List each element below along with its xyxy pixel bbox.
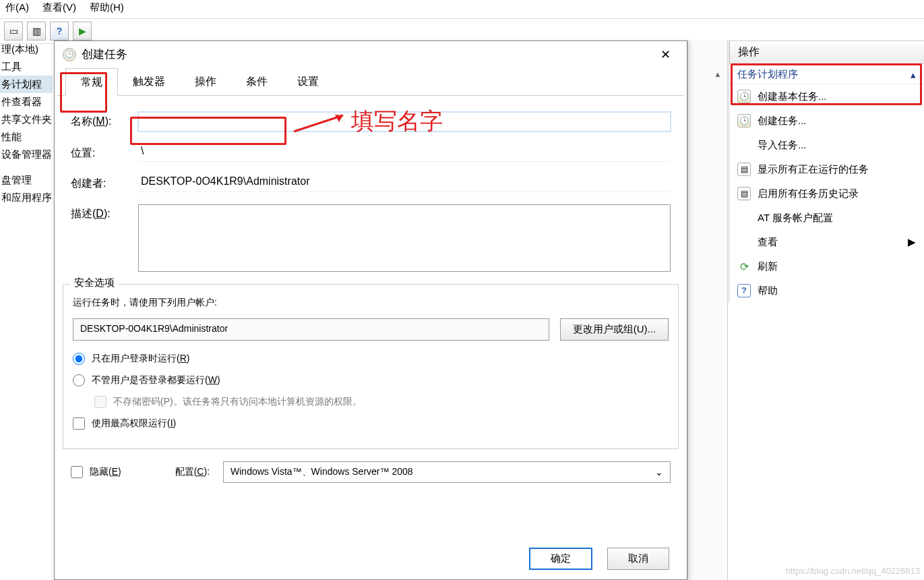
tree-device-manager[interactable]: 设备管理器 xyxy=(0,146,53,163)
toolbar-button-2[interactable]: ▥ xyxy=(27,22,46,40)
actions-pane-title: 操作 xyxy=(729,40,924,64)
check-hidden[interactable]: 隐藏(E) xyxy=(71,466,121,478)
tree-shared-folders[interactable]: 共享文件夹 xyxy=(0,111,53,128)
description-input[interactable] xyxy=(138,204,671,272)
dialog-clock-icon: 🕒 xyxy=(63,48,76,61)
watermark: https://blog.csdn.net/qq_40226813 xyxy=(786,566,921,576)
action-show-running[interactable]: ▤ 显示所有正在运行的任务 xyxy=(729,157,924,181)
help-icon: ? xyxy=(737,284,751,297)
description-label: 描述(D): xyxy=(71,204,138,221)
radio-any-user[interactable]: 不管用户是否登录都要运行(W) xyxy=(73,374,669,386)
tree-task-scheduler[interactable]: 务计划程 xyxy=(0,76,53,93)
check-no-store-password: 不存储密码(P)。该任务将只有访问本地计算机资源的权限。 xyxy=(94,396,669,408)
check-no-store-password-input xyxy=(94,396,106,408)
security-info: 运行任务时，请使用下列用户帐户: xyxy=(73,297,669,309)
name-label: 名称(M): xyxy=(71,112,138,129)
dialog-tabs: 常规 触发器 操作 条件 设置 xyxy=(57,67,684,96)
location-value: \ xyxy=(138,144,671,162)
content-scroll-area: ▲ xyxy=(687,40,728,580)
note-icon: ▤ xyxy=(737,187,751,200)
toolbar-help-icon[interactable]: ? xyxy=(50,22,69,40)
scroll-up-icon[interactable]: ▲ xyxy=(711,70,725,84)
security-options-group: 安全选项 运行任务时，请使用下列用户帐户: DESKTOP-0O4K1R9\Ad… xyxy=(63,284,679,449)
submenu-arrow-icon: ▶ xyxy=(908,236,916,248)
radio-logged-on-input[interactable] xyxy=(73,353,85,365)
tree-tools[interactable]: 工具 xyxy=(0,58,53,76)
action-help[interactable]: ? 帮助 xyxy=(729,279,924,303)
user-account-box: DESKTOP-0O4K1R9\Administrator xyxy=(73,318,549,341)
name-input[interactable] xyxy=(138,112,671,132)
author-label: 创建者: xyxy=(71,174,138,191)
clock-icon: 🕒 xyxy=(737,114,751,127)
ok-button[interactable]: 确定 xyxy=(529,548,592,570)
cancel-button[interactable]: 取消 xyxy=(607,548,669,570)
toolbar-button-1[interactable]: ▭ xyxy=(4,22,23,40)
tree-disk-mgmt[interactable]: 盘管理 xyxy=(0,171,53,189)
action-create-basic-task[interactable]: 🕒 创建基本任务... xyxy=(729,84,924,109)
menu-view[interactable]: 查看(V) xyxy=(40,0,79,16)
sheet-icon: ▤ xyxy=(737,163,751,176)
chevron-down-icon: ⌄ xyxy=(655,467,663,477)
tab-conditions[interactable]: 条件 xyxy=(231,68,282,96)
tab-triggers[interactable]: 触发器 xyxy=(118,68,180,96)
refresh-icon: ⟳ xyxy=(737,260,751,273)
dialog-title: 创建任务 xyxy=(82,47,652,62)
tab-general[interactable]: 常规 xyxy=(65,68,118,96)
menu-help[interactable]: 帮助(H) xyxy=(87,0,127,16)
check-highest-privileges-input[interactable] xyxy=(73,417,85,430)
location-label: 位置: xyxy=(71,144,138,161)
action-view[interactable]: 查看 ▶ xyxy=(729,230,924,254)
config-select[interactable]: Windows Vista™、Windows Server™ 2008 ⌄ xyxy=(223,461,671,483)
tree-services-apps[interactable]: 和应用程序 xyxy=(0,189,53,206)
tree-root[interactable]: 理(本地) xyxy=(0,40,53,58)
check-hidden-input[interactable] xyxy=(71,466,83,478)
actions-section-header[interactable]: 任务计划程序 ▴ xyxy=(729,64,924,84)
create-task-dialog: 🕒 创建任务 ✕ 常规 触发器 操作 条件 设置 名称(M): 位置: \ 创建… xyxy=(54,40,687,580)
clock-wizard-icon: 🕒 xyxy=(737,90,751,103)
toolbar-media-icon[interactable]: ▶ xyxy=(73,22,92,40)
action-enable-history[interactable]: ▤ 启用所有任务历史记录 xyxy=(729,181,924,206)
tree-performance[interactable]: 性能 xyxy=(0,128,53,146)
tree-event-viewer[interactable]: 件查看器 xyxy=(0,93,53,111)
actions-pane: 操作 任务计划程序 ▴ 🕒 创建基本任务... 🕒 创建任务... 导入任务..… xyxy=(729,40,924,303)
radio-any-user-input[interactable] xyxy=(73,374,85,386)
action-create-task[interactable]: 🕒 创建任务... xyxy=(729,109,924,133)
close-button[interactable]: ✕ xyxy=(652,47,679,62)
menu-bar: 作(A) 查看(V) 帮助(H) xyxy=(0,0,924,18)
action-refresh[interactable]: ⟳ 刷新 xyxy=(729,254,924,279)
nav-tree: 理(本地) 工具 务计划程 件查看器 共享文件夹 性能 设备管理器 盘管理 和应… xyxy=(0,40,53,206)
tab-settings[interactable]: 设置 xyxy=(282,68,334,96)
config-value: Windows Vista™、Windows Server™ 2008 xyxy=(230,466,413,478)
collapse-icon: ▴ xyxy=(911,69,916,81)
config-label: 配置(C): xyxy=(175,466,210,478)
action-import-task[interactable]: 导入任务... xyxy=(729,133,924,157)
check-highest-privileges[interactable]: 使用最高权限运行(I) xyxy=(73,417,669,430)
menu-action[interactable]: 作(A) xyxy=(3,0,32,16)
radio-logged-on[interactable]: 只在用户登录时运行(R) xyxy=(73,353,669,365)
change-user-button[interactable]: 更改用户或组(U)... xyxy=(560,318,669,341)
security-legend: 安全选项 xyxy=(70,277,119,289)
tab-actions[interactable]: 操作 xyxy=(180,68,231,96)
author-value: DESKTOP-0O4K1R9\Administrator xyxy=(138,174,671,192)
action-at-service[interactable]: AT 服务帐户配置 xyxy=(729,206,924,230)
